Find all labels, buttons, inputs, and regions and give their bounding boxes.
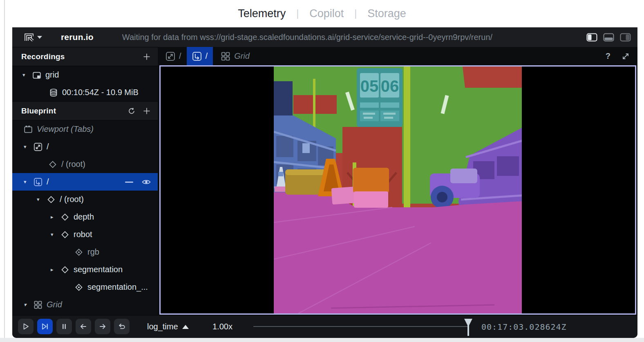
entity-component-icon bbox=[74, 248, 83, 257]
page: Telemetry | Copilot | Storage bbox=[0, 0, 644, 342]
chevron-down-icon[interactable]: ▾ bbox=[22, 72, 32, 78]
view-tab-2d-active[interactable]: / bbox=[187, 47, 213, 65]
application-icon bbox=[32, 71, 41, 80]
add-view-icon[interactable] bbox=[143, 107, 150, 115]
view-tab-3d[interactable]: / bbox=[160, 47, 187, 65]
tabs-container-icon bbox=[24, 125, 33, 134]
tree-item-segmentation-truncated[interactable]: segmentation_... bbox=[12, 278, 158, 296]
chevron-down-icon bbox=[37, 36, 42, 39]
visibility-eye-icon[interactable] bbox=[141, 178, 151, 186]
timeline-name: log_time bbox=[147, 322, 178, 331]
nav-divider: | bbox=[354, 8, 357, 19]
viewport-panel: / / bbox=[158, 47, 637, 315]
tree-item-root[interactable]: ▾ / (root) bbox=[12, 191, 158, 208]
entity-diamond-icon bbox=[60, 213, 69, 222]
tab-copilot[interactable]: Copilot bbox=[309, 7, 344, 20]
grid-layout-icon bbox=[221, 51, 230, 61]
grid-layout-icon bbox=[34, 300, 42, 309]
step-back-button[interactable] bbox=[76, 319, 91, 334]
time-scrubber-track[interactable] bbox=[253, 326, 468, 327]
tree-item-3d-view[interactable]: ▾ / bbox=[12, 138, 158, 155]
entity-diamond-icon bbox=[47, 195, 56, 204]
chevron-right-icon[interactable]: ▸ bbox=[51, 214, 60, 220]
playback-speed[interactable]: 1.00x bbox=[212, 315, 233, 338]
recording-item-grid[interactable]: ▾ grid bbox=[12, 66, 158, 84]
rerun-logo-icon bbox=[23, 32, 35, 42]
reset-blueprint-icon[interactable] bbox=[127, 107, 136, 115]
tab-storage[interactable]: Storage bbox=[367, 7, 406, 20]
chevron-down-icon[interactable]: ▾ bbox=[37, 196, 47, 202]
page-nav: Telemetry | Copilot | Storage bbox=[0, 0, 644, 27]
blueprint-sidebar: Recordings ▾ grid bbox=[12, 47, 158, 315]
rerun-logo-menu[interactable] bbox=[23, 32, 42, 42]
time-panel: log_time 1.00x 00:17:03.028624Z bbox=[12, 315, 637, 338]
tree-item-grid-container[interactable]: ▾ Grid bbox=[12, 296, 158, 313]
connection-status-text: Waiting for data from wss://grid-stage.s… bbox=[122, 33, 492, 42]
tree-item-label: / (root) bbox=[61, 160, 85, 169]
app-title: rerun.io bbox=[61, 32, 94, 42]
timeline-selector[interactable]: log_time bbox=[147, 315, 189, 338]
loop-button[interactable] bbox=[114, 319, 130, 334]
view-tab-grid[interactable]: Grid bbox=[215, 47, 255, 65]
toggle-bottom-panel-icon[interactable] bbox=[603, 33, 614, 42]
entity-component-icon bbox=[74, 283, 83, 292]
pause-button[interactable] bbox=[56, 319, 72, 334]
segmentation-view-image[interactable]: 05 06 bbox=[274, 67, 522, 313]
blueprint-header: Blueprint bbox=[12, 101, 158, 120]
tree-item-label: depth bbox=[74, 212, 94, 222]
sign-number-left: 05 bbox=[360, 77, 379, 95]
chevron-down-icon[interactable]: ▾ bbox=[51, 231, 60, 238]
step-forward-button[interactable] bbox=[95, 319, 110, 334]
tree-item-label: segmentation bbox=[74, 265, 123, 274]
help-icon[interactable]: ? bbox=[606, 51, 610, 61]
page-left-divider bbox=[4, 0, 5, 342]
tree-item-viewport-tabs[interactable]: Viewport (Tabs) bbox=[12, 120, 158, 138]
tree-item-label: Viewport (Tabs) bbox=[37, 124, 94, 134]
spatial-2d-view-icon bbox=[34, 178, 42, 187]
toggle-right-panel-icon[interactable] bbox=[620, 33, 631, 42]
entity-diamond-icon bbox=[60, 265, 69, 274]
spatial-3d-view-icon bbox=[34, 142, 42, 151]
tree-item-robot[interactable]: ▾ robot bbox=[12, 226, 158, 243]
playhead-marker[interactable] bbox=[463, 318, 473, 336]
rerun-viewer-window: rerun.io Waiting for data from wss://gri… bbox=[12, 27, 637, 338]
chevron-right-icon[interactable]: ▸ bbox=[51, 266, 60, 273]
view-tab-label: / bbox=[179, 51, 181, 61]
recording-stream-item[interactable]: 00:10:54Z - 10.9 MiB bbox=[12, 84, 158, 101]
tree-item-rgb[interactable]: rgb bbox=[12, 243, 158, 261]
play-button[interactable] bbox=[18, 319, 34, 334]
page-bottom-strip bbox=[0, 338, 644, 342]
chevron-down-icon[interactable]: ▾ bbox=[24, 302, 34, 308]
tree-item-label: robot bbox=[74, 230, 92, 239]
tree-item-label: / bbox=[47, 177, 49, 187]
recordings-title: Recordings bbox=[21, 52, 65, 61]
tree-item-label: Grid bbox=[47, 300, 62, 309]
aisle-sign: 05 06 bbox=[357, 68, 402, 127]
panel-toggle-group bbox=[586, 33, 631, 42]
spatial-2d-view-icon bbox=[192, 51, 202, 61]
add-recording-icon[interactable] bbox=[143, 53, 150, 60]
view-tab-label: Grid bbox=[234, 51, 250, 61]
recording-name: grid bbox=[45, 70, 59, 80]
nav-divider: | bbox=[296, 8, 299, 19]
follow-button[interactable] bbox=[37, 319, 53, 334]
spatial-3d-view-icon bbox=[165, 51, 175, 61]
remove-view-icon[interactable] bbox=[124, 178, 134, 186]
tree-item-3d-root[interactable]: / (root) bbox=[12, 155, 158, 173]
maximize-view-icon[interactable] bbox=[621, 52, 630, 61]
chevron-down-icon[interactable]: ▾ bbox=[24, 179, 34, 185]
tab-telemetry[interactable]: Telemetry bbox=[238, 7, 286, 20]
tree-item-segmentation[interactable]: ▸ segmentation bbox=[12, 261, 158, 278]
view-tab-label: / bbox=[206, 51, 208, 61]
toggle-left-panel-icon[interactable] bbox=[586, 33, 597, 42]
segmentation-2d-view[interactable]: 05 06 bbox=[159, 65, 636, 315]
tree-item-2d-view-selected[interactable]: ▾ / bbox=[12, 173, 158, 191]
view-tab-bar: / / bbox=[158, 47, 637, 65]
rerun-topbar: rerun.io Waiting for data from wss://gri… bbox=[12, 27, 637, 47]
playback-controls bbox=[18, 319, 130, 334]
tree-item-depth[interactable]: ▸ depth bbox=[12, 208, 158, 226]
chevron-down-icon[interactable]: ▾ bbox=[24, 144, 34, 150]
sign-number-right: 06 bbox=[381, 77, 399, 95]
tree-item-label: / (root) bbox=[60, 195, 84, 204]
entity-diamond-icon bbox=[48, 160, 57, 169]
